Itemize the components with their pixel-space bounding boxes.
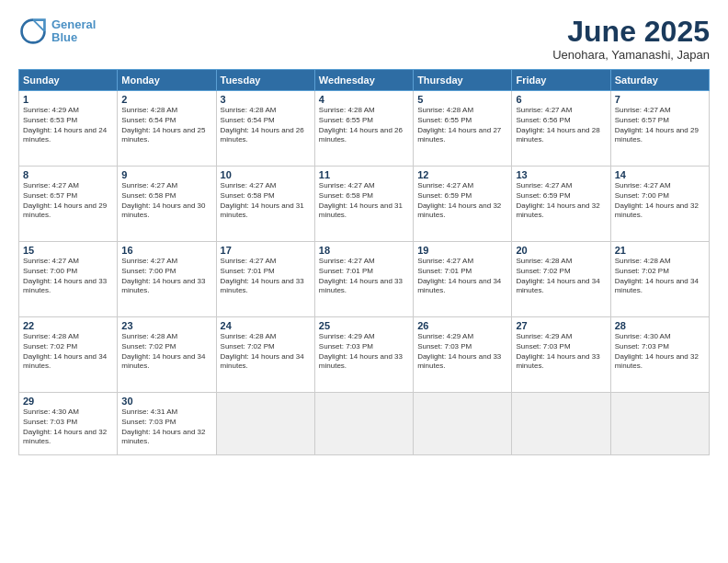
day-number: 18 — [319, 245, 409, 256]
table-row: 7 Sunrise: 4:27 AM Sunset: 6:57 PM Dayli… — [610, 91, 709, 167]
table-row: 8 Sunrise: 4:27 AM Sunset: 6:57 PM Dayli… — [19, 167, 118, 242]
day-info: Sunrise: 4:27 AM Sunset: 7:00 PM Dayligh… — [615, 181, 705, 221]
table-row: 18 Sunrise: 4:27 AM Sunset: 7:01 PM Dayl… — [314, 242, 413, 317]
day-info: Sunrise: 4:31 AM Sunset: 7:03 PM Dayligh… — [121, 408, 211, 447]
day-number: 14 — [615, 169, 705, 180]
day-info: Sunrise: 4:27 AM Sunset: 6:57 PM Dayligh… — [615, 106, 705, 145]
calendar-week-row: 15 Sunrise: 4:27 AM Sunset: 7:00 PM Dayl… — [19, 242, 710, 317]
day-info: Sunrise: 4:28 AM Sunset: 6:55 PM Dayligh… — [319, 106, 409, 145]
table-row: 2 Sunrise: 4:28 AM Sunset: 6:54 PM Dayli… — [118, 91, 216, 167]
day-number: 8 — [23, 169, 113, 180]
day-number: 11 — [319, 169, 409, 180]
day-info: Sunrise: 4:27 AM Sunset: 6:58 PM Dayligh… — [319, 181, 409, 221]
day-number: 2 — [121, 94, 211, 105]
title-block: June 2025 Uenohara, Yamanashi, Japan — [552, 17, 710, 62]
table-row: 22 Sunrise: 4:28 AM Sunset: 7:02 PM Dayl… — [19, 317, 118, 393]
day-number: 30 — [121, 396, 211, 407]
col-sunday: Sunday — [19, 70, 118, 91]
table-row: 10 Sunrise: 4:27 AM Sunset: 6:58 PM Dayl… — [216, 167, 314, 242]
day-number: 17 — [221, 245, 311, 256]
day-info: Sunrise: 4:28 AM Sunset: 7:02 PM Dayligh… — [615, 257, 705, 296]
day-info: Sunrise: 4:27 AM Sunset: 6:58 PM Dayligh… — [121, 181, 211, 221]
table-row: 9 Sunrise: 4:27 AM Sunset: 6:58 PM Dayli… — [118, 167, 216, 242]
day-info: Sunrise: 4:27 AM Sunset: 7:01 PM Dayligh… — [221, 257, 311, 296]
table-row: 21 Sunrise: 4:28 AM Sunset: 7:02 PM Dayl… — [610, 242, 709, 317]
header: General Blue June 2025 Uenohara, Yamanas… — [18, 17, 710, 62]
table-row: 23 Sunrise: 4:28 AM Sunset: 7:02 PM Dayl… — [118, 317, 216, 393]
col-thursday: Thursday — [414, 70, 512, 91]
day-number: 28 — [615, 320, 705, 331]
table-row: 29 Sunrise: 4:30 AM Sunset: 7:03 PM Dayl… — [19, 393, 118, 455]
table-row: 14 Sunrise: 4:27 AM Sunset: 7:00 PM Dayl… — [610, 167, 709, 242]
day-info: Sunrise: 4:27 AM Sunset: 7:00 PM Dayligh… — [23, 257, 113, 296]
day-number: 1 — [23, 94, 113, 105]
table-row — [512, 393, 610, 455]
day-number: 10 — [221, 169, 311, 180]
table-row — [414, 393, 512, 455]
day-info: Sunrise: 4:30 AM Sunset: 7:03 PM Dayligh… — [615, 332, 705, 372]
table-row: 16 Sunrise: 4:27 AM Sunset: 7:00 PM Dayl… — [118, 242, 216, 317]
day-info: Sunrise: 4:28 AM Sunset: 6:55 PM Dayligh… — [417, 106, 507, 145]
day-number: 20 — [516, 245, 606, 256]
col-saturday: Saturday — [610, 70, 709, 91]
day-info: Sunrise: 4:27 AM Sunset: 6:58 PM Dayligh… — [221, 181, 311, 221]
day-info: Sunrise: 4:28 AM Sunset: 6:54 PM Dayligh… — [121, 106, 211, 145]
calendar-table: Sunday Monday Tuesday Wednesday Thursday… — [18, 69, 710, 455]
col-friday: Friday — [512, 70, 610, 91]
col-monday: Monday — [118, 70, 216, 91]
table-row: 17 Sunrise: 4:27 AM Sunset: 7:01 PM Dayl… — [216, 242, 314, 317]
calendar-week-row: 8 Sunrise: 4:27 AM Sunset: 6:57 PM Dayli… — [19, 167, 710, 242]
table-row: 13 Sunrise: 4:27 AM Sunset: 6:59 PM Dayl… — [512, 167, 610, 242]
table-row: 12 Sunrise: 4:27 AM Sunset: 6:59 PM Dayl… — [414, 167, 512, 242]
day-number: 26 — [417, 320, 507, 331]
day-info: Sunrise: 4:27 AM Sunset: 6:57 PM Dayligh… — [23, 181, 113, 221]
day-number: 3 — [221, 94, 311, 105]
day-info: Sunrise: 4:27 AM Sunset: 6:59 PM Dayligh… — [516, 181, 606, 221]
location: Uenohara, Yamanashi, Japan — [552, 48, 710, 62]
table-row: 1 Sunrise: 4:29 AM Sunset: 6:53 PM Dayli… — [19, 91, 118, 167]
calendar-week-row: 29 Sunrise: 4:30 AM Sunset: 7:03 PM Dayl… — [19, 393, 710, 455]
day-number: 24 — [221, 320, 311, 331]
table-row: 30 Sunrise: 4:31 AM Sunset: 7:03 PM Dayl… — [118, 393, 216, 455]
logo-line2: Blue — [51, 30, 77, 44]
day-info: Sunrise: 4:29 AM Sunset: 7:03 PM Dayligh… — [417, 332, 507, 372]
day-number: 5 — [417, 94, 507, 105]
day-number: 22 — [23, 320, 113, 331]
day-number: 13 — [516, 169, 606, 180]
month-title: June 2025 — [552, 17, 710, 46]
logo-text: General Blue — [51, 18, 96, 45]
day-info: Sunrise: 4:29 AM Sunset: 7:03 PM Dayligh… — [516, 332, 606, 372]
table-row: 5 Sunrise: 4:28 AM Sunset: 6:55 PM Dayli… — [414, 91, 512, 167]
day-info: Sunrise: 4:28 AM Sunset: 7:02 PM Dayligh… — [516, 257, 606, 296]
day-info: Sunrise: 4:29 AM Sunset: 7:03 PM Dayligh… — [319, 332, 409, 372]
table-row: 6 Sunrise: 4:27 AM Sunset: 6:56 PM Dayli… — [512, 91, 610, 167]
logo-line1: General — [51, 17, 96, 31]
day-info: Sunrise: 4:28 AM Sunset: 7:02 PM Dayligh… — [221, 332, 311, 372]
day-info: Sunrise: 4:28 AM Sunset: 6:54 PM Dayligh… — [221, 106, 311, 145]
day-info: Sunrise: 4:28 AM Sunset: 7:02 PM Dayligh… — [121, 332, 211, 372]
table-row: 20 Sunrise: 4:28 AM Sunset: 7:02 PM Dayl… — [512, 242, 610, 317]
day-info: Sunrise: 4:27 AM Sunset: 7:01 PM Dayligh… — [319, 257, 409, 296]
page: General Blue June 2025 Uenohara, Yamanas… — [0, 0, 728, 563]
col-tuesday: Tuesday — [216, 70, 314, 91]
day-number: 21 — [615, 245, 705, 256]
table-row: 15 Sunrise: 4:27 AM Sunset: 7:00 PM Dayl… — [19, 242, 118, 317]
table-row: 19 Sunrise: 4:27 AM Sunset: 7:01 PM Dayl… — [414, 242, 512, 317]
day-info: Sunrise: 4:30 AM Sunset: 7:03 PM Dayligh… — [23, 408, 113, 447]
day-number: 23 — [121, 320, 211, 331]
table-row: 11 Sunrise: 4:27 AM Sunset: 6:58 PM Dayl… — [314, 167, 413, 242]
day-info: Sunrise: 4:27 AM Sunset: 7:00 PM Dayligh… — [121, 257, 211, 296]
day-number: 16 — [121, 245, 211, 256]
table-row: 26 Sunrise: 4:29 AM Sunset: 7:03 PM Dayl… — [414, 317, 512, 393]
calendar-week-row: 1 Sunrise: 4:29 AM Sunset: 6:53 PM Dayli… — [19, 91, 710, 167]
day-info: Sunrise: 4:28 AM Sunset: 7:02 PM Dayligh… — [23, 332, 113, 372]
table-row — [216, 393, 314, 455]
day-info: Sunrise: 4:27 AM Sunset: 6:59 PM Dayligh… — [417, 181, 507, 221]
logo: General Blue — [18, 17, 96, 46]
day-number: 27 — [516, 320, 606, 331]
day-info: Sunrise: 4:27 AM Sunset: 7:01 PM Dayligh… — [417, 257, 507, 296]
day-number: 4 — [319, 94, 409, 105]
table-row: 3 Sunrise: 4:28 AM Sunset: 6:54 PM Dayli… — [216, 91, 314, 167]
day-number: 19 — [417, 245, 507, 256]
table-row — [610, 393, 709, 455]
